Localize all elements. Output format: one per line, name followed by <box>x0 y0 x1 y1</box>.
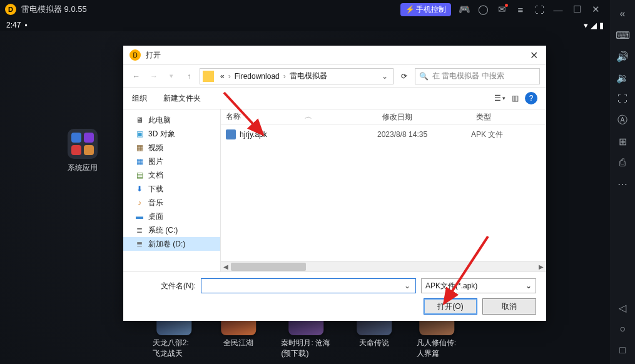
scroll-right-icon[interactable]: ▶ <box>536 261 546 271</box>
android-home-icon[interactable]: ○ <box>616 323 629 335</box>
filename-dropdown-icon[interactable]: ⌄ <box>402 279 413 293</box>
nav-up-button[interactable]: ↑ <box>182 69 196 83</box>
pc-icon: 🖥 <box>135 115 145 125</box>
scroll-left-icon[interactable]: ◀ <box>221 261 231 271</box>
search-input[interactable]: 🔍 在 雷电模拟器 中搜索 <box>415 68 540 84</box>
expand-icon[interactable]: ⛶ <box>616 93 629 105</box>
organize-menu[interactable]: 组织 <box>132 93 147 104</box>
sidebar-item-videos[interactable]: ▦视频 <box>123 141 220 154</box>
sidebar-item-drive-d[interactable]: ≣新加卷 (D:) <box>123 237 220 251</box>
maximize-button[interactable]: ☐ <box>569 1 585 18</box>
sidebar-item-documents[interactable]: ▤文档 <box>123 168 220 182</box>
scroll-thumb[interactable] <box>231 263 306 271</box>
close-button[interactable]: ✕ <box>587 1 604 18</box>
video-icon: ▦ <box>135 143 145 153</box>
file-list[interactable]: hjrjy.apk 2023/8/8 14:35 APK 文件 <box>221 124 546 261</box>
sidebar-item-desktop[interactable]: ▬桌面 <box>123 210 220 223</box>
sidebar-item-3d[interactable]: ▣3D 对象 <box>123 127 220 141</box>
help-button[interactable]: ? <box>525 92 537 104</box>
open-button[interactable]: 打开(O) <box>424 298 477 315</box>
sidebar-item-music[interactable]: ♪音乐 <box>123 196 220 210</box>
chevron-down-icon: ⌄ <box>526 281 532 290</box>
emulator-side-toolbar: « ⌨ 🔊 🔉 ⛶ Ⓐ ⊞ ⎙ ⋯ ◁ ○ □ <box>610 0 635 364</box>
phone-control-button[interactable]: ⚡手机控制 <box>400 3 451 16</box>
horizontal-scrollbar[interactable]: ◀ ▶ <box>221 261 546 271</box>
emulator-titlebar: D 雷电模拟器 9.0.55 ⚡手机控制 🎮 ◯ ✉ ≡ ⛶ — ☐ ✕ <box>0 0 610 19</box>
android-statusbar: 2:47▪ ▾◢▮ <box>0 19 610 31</box>
clock: 2:47 <box>6 21 21 29</box>
volume-up-icon[interactable]: 🔊 <box>616 50 629 63</box>
document-icon: ▤ <box>135 170 145 180</box>
mail-icon[interactable]: ✉ <box>494 1 510 18</box>
sidebar-item-drive-c[interactable]: ≣系统 (C:) <box>123 223 220 237</box>
column-headers[interactable]: 名称︿ 修改日期 类型 <box>221 109 546 124</box>
android-back-icon[interactable]: ◁ <box>616 301 629 314</box>
minimize-button[interactable]: — <box>550 1 566 18</box>
download-icon: ⬇ <box>135 184 145 194</box>
cube-icon: ▣ <box>135 129 145 139</box>
battery-icon: ▮ <box>599 21 604 30</box>
filetype-combo[interactable]: APK文件(*.apk)⌄ <box>421 278 536 293</box>
keyboard-icon[interactable]: ⌨ <box>616 29 629 41</box>
address-breadcrumb[interactable]: « › Firedownload › 雷电模拟器 ⌄ <box>200 68 394 84</box>
refresh-button[interactable]: ⟳ <box>397 69 411 83</box>
volume-down-icon[interactable]: 🔉 <box>616 71 629 84</box>
sidebar-item-this-pc[interactable]: 🖥此电脑 <box>123 113 220 127</box>
desktop-icon: ▬ <box>135 211 145 221</box>
nav-forward-button[interactable]: → <box>147 69 161 83</box>
app-logo-icon: D <box>5 4 16 15</box>
more-icon[interactable]: ⋯ <box>616 178 629 190</box>
drive-icon: ≣ <box>135 225 145 235</box>
fullscreen-icon[interactable]: ⛶ <box>531 1 547 18</box>
sync-icon[interactable]: ⎙ <box>616 156 629 169</box>
filename-input[interactable]: ⌄ <box>201 278 416 293</box>
nav-recent-button[interactable]: ▾ <box>165 69 178 83</box>
cancel-button[interactable]: 取消 <box>482 298 536 315</box>
drive-icon: ≣ <box>135 239 145 249</box>
places-sidebar[interactable]: 🖥此电脑 ▣3D 对象 ▦视频 ▦图片 ▤文档 ⬇下载 ♪音乐 ▬桌面 ≣系统 … <box>123 109 220 271</box>
android-recent-icon[interactable]: □ <box>616 344 629 356</box>
dialog-close-button[interactable]: ✕ <box>527 49 540 61</box>
wifi-icon: ▾ <box>584 21 588 30</box>
view-mode-button[interactable]: ☰▾ <box>494 94 505 103</box>
rotate-icon[interactable]: Ⓐ <box>616 114 629 126</box>
nav-back-button[interactable]: ← <box>130 69 143 83</box>
sort-indicator-icon: ︿ <box>305 111 312 122</box>
system-apps-folder[interactable]: 系统应用 <box>68 129 98 173</box>
new-folder-button[interactable]: 新建文件夹 <box>163 93 201 104</box>
app-title: 雷电模拟器 9.0.55 <box>21 4 87 15</box>
multi-instance-icon[interactable]: ⊞ <box>616 135 629 148</box>
picture-icon: ▦ <box>135 156 145 166</box>
music-icon: ♪ <box>135 198 145 208</box>
sidebar-item-downloads[interactable]: ⬇下载 <box>123 182 220 196</box>
dialog-title: 打开 <box>146 50 161 61</box>
folder-icon <box>203 71 214 82</box>
menu-icon[interactable]: ≡ <box>512 1 529 18</box>
gamepad-icon[interactable]: 🎮 <box>456 1 472 18</box>
account-icon[interactable]: ◯ <box>475 1 491 18</box>
dialog-app-icon: D <box>130 49 141 61</box>
notification-dot-icon: ▪ <box>24 21 27 29</box>
signal-icon: ◢ <box>591 21 597 30</box>
sidebar-item-pictures[interactable]: ▦图片 <box>123 154 220 168</box>
system-apps-label: 系统应用 <box>68 163 98 173</box>
breadcrumb-dropdown-icon[interactable]: ⌄ <box>379 72 390 81</box>
filename-label: 文件名(N): <box>133 281 196 291</box>
search-icon: 🔍 <box>419 72 429 81</box>
apk-file-icon <box>226 129 236 139</box>
file-open-dialog: D 打开 ✕ ← → ▾ ↑ « › Firedownload › 雷电模拟器 … <box>123 46 546 321</box>
preview-pane-button[interactable]: ▥ <box>512 94 519 103</box>
file-row[interactable]: hjrjy.apk 2023/8/8 14:35 APK 文件 <box>221 127 546 142</box>
search-placeholder: 在 雷电模拟器 中搜索 <box>432 71 504 81</box>
collapse-rail-icon[interactable]: « <box>616 8 629 20</box>
